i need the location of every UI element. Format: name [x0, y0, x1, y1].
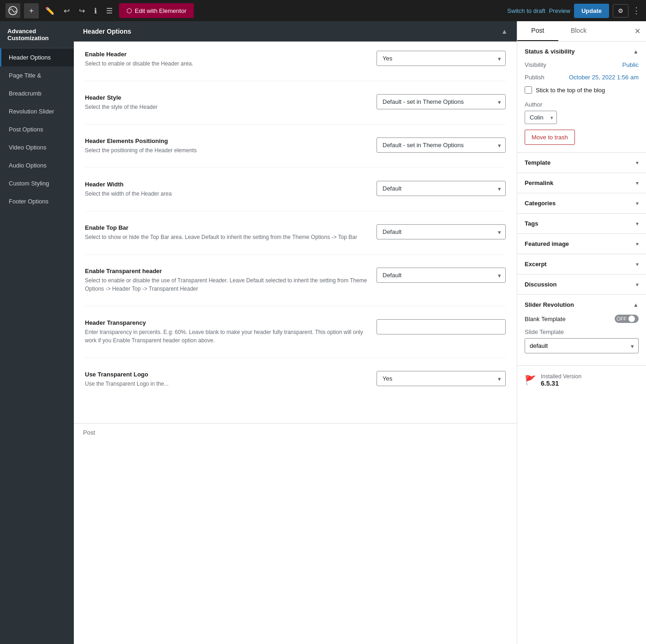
slide-template-select[interactable]: default template1 template2	[525, 338, 639, 353]
left-sidebar: Advanced Customization Header Options Pa…	[0, 21, 74, 644]
section-discussion: Discussion ▾	[517, 274, 646, 295]
collapse-icon[interactable]: ▲	[501, 28, 508, 35]
discussion-section-title: Discussion	[525, 281, 556, 288]
field-label-transparent-header: Enable Transparent header Select to enab…	[85, 268, 367, 293]
permalink-chevron-icon: ▾	[636, 180, 639, 186]
bottom-label: Post	[83, 429, 95, 436]
publish-value[interactable]: October 25, 2022 1:56 am	[569, 74, 639, 81]
status-section-content: Visibility Public Publish October 25, 20…	[517, 61, 646, 152]
sidebar-item-header-options[interactable]: Header Options	[0, 48, 74, 66]
edit-with-elementor-button[interactable]: ⬡ Edit with Elementor	[119, 3, 194, 18]
section-permalink: Permalink ▾	[517, 173, 646, 193]
discussion-chevron-icon: ▾	[636, 281, 639, 288]
section-status-header[interactable]: Status & visibility ▲	[517, 42, 646, 61]
excerpt-section-title: Excerpt	[525, 261, 547, 268]
transparent-header-select[interactable]: Default Yes No	[377, 268, 506, 283]
section-categories-header[interactable]: Categories ▾	[517, 193, 646, 213]
elementor-icon: ⬡	[126, 7, 132, 14]
header-elements-select[interactable]: Default - set in Theme Options Left Cent…	[377, 137, 506, 153]
stick-to-top-row: Stick to the top of the blog	[525, 86, 639, 94]
close-panel-button[interactable]: ✕	[629, 21, 646, 41]
tab-post[interactable]: Post	[517, 21, 558, 41]
field-label-enable-top-bar: Enable Top Bar Select to show or hide th…	[85, 224, 367, 241]
sidebar-item-post-options[interactable]: Post Options	[0, 120, 74, 138]
move-to-trash-button[interactable]: Move to trash	[525, 130, 575, 145]
right-panel: Post Block ✕ Status & visibility ▲ Visib…	[517, 21, 646, 644]
sidebar-item-breadcrumb[interactable]: Breadcrumb	[0, 84, 74, 102]
slider-revolution-section-title: Slider Revolution	[525, 301, 574, 308]
field-input-header-elements: Default - set in Theme Options Left Cent…	[377, 137, 506, 153]
enable-header-select-wrapper: Yes No Default	[377, 51, 506, 66]
info-button[interactable]: ℹ	[91, 4, 100, 18]
tags-chevron-icon: ▾	[636, 221, 639, 227]
enable-top-bar-select-wrapper: Default Yes No	[377, 224, 506, 239]
transparent-logo-select[interactable]: Yes No Default	[377, 371, 506, 386]
slide-template-select-wrapper: default template1 template2 ▾	[525, 338, 639, 353]
enable-top-bar-select[interactable]: Default Yes No	[377, 224, 506, 239]
sidebar-item-footer-options[interactable]: Footer Options	[0, 192, 74, 210]
section-title: Header Options	[83, 28, 131, 35]
blank-template-label: Blank Template	[525, 316, 566, 322]
field-input-header-transparency	[377, 319, 506, 334]
field-label-header-elements: Header Elements Positioning Select the p…	[85, 137, 367, 155]
edit-icon-btn[interactable]: ✏️	[42, 4, 57, 18]
header-width-select-wrapper: Default Full Width Boxed	[377, 181, 506, 196]
sidebar-nav: Header Options Page Title & Breadcrumb R…	[0, 48, 74, 210]
section-categories: Categories ▾	[517, 193, 646, 214]
header-width-select[interactable]: Default Full Width Boxed	[377, 181, 506, 196]
more-options-button[interactable]: ⋮	[632, 6, 640, 16]
switch-to-draft-button[interactable]: Switch to draft	[507, 7, 545, 14]
add-button[interactable]: ＋	[24, 3, 39, 18]
main-content: Header Options ▲ Enable Header Select to…	[74, 21, 517, 644]
section-excerpt-header[interactable]: Excerpt ▾	[517, 254, 646, 274]
excerpt-chevron-icon: ▾	[636, 261, 639, 268]
field-label-header-style: Header Style Select the style of the Hea…	[85, 94, 367, 111]
section-featured-image: Featured image ▾	[517, 234, 646, 254]
section-permalink-header[interactable]: Permalink ▾	[517, 173, 646, 193]
field-input-transparent-header: Default Yes No	[377, 268, 506, 283]
publish-label: Publish	[525, 74, 544, 81]
section-featured-image-header[interactable]: Featured image ▾	[517, 234, 646, 254]
preview-button[interactable]: Preview	[549, 7, 570, 14]
categories-chevron-icon: ▾	[636, 200, 639, 207]
undo-button[interactable]: ↩	[61, 4, 72, 18]
section-slider-revolution-header[interactable]: Slider Revolution ▲	[517, 295, 646, 315]
field-enable-transparent-header: Enable Transparent header Select to enab…	[85, 268, 506, 306]
author-label: Author	[525, 101, 639, 108]
visibility-row: Visibility Public	[525, 61, 639, 68]
blank-template-toggle[interactable]: OFF	[615, 315, 639, 323]
sidebar-item-audio-options[interactable]: Audio Options	[0, 156, 74, 174]
field-input-header-width: Default Full Width Boxed	[377, 181, 506, 196]
settings-button[interactable]: ⚙	[613, 4, 628, 18]
enable-header-select[interactable]: Yes No Default	[377, 51, 506, 66]
author-select[interactable]: Colin	[525, 111, 557, 124]
section-tags-header[interactable]: Tags ▾	[517, 214, 646, 233]
visibility-value[interactable]: Public	[622, 61, 639, 68]
version-info: Installed Version 6.5.31	[541, 373, 581, 387]
sidebar-title: Advanced Customization	[0, 21, 74, 48]
redo-button[interactable]: ↪	[76, 4, 88, 18]
field-label-header-width: Header Width Select the width of the Hea…	[85, 181, 367, 198]
template-chevron-icon: ▾	[636, 160, 639, 166]
section-tags: Tags ▾	[517, 214, 646, 234]
sidebar-item-video-options[interactable]: Video Options	[0, 138, 74, 156]
gear-icon: ⚙	[618, 7, 623, 14]
section-title-bar: Header Options ▲	[74, 21, 517, 42]
sidebar-item-custom-styling[interactable]: Custom Styling	[0, 174, 74, 192]
blank-template-row: Blank Template OFF	[525, 315, 639, 323]
list-button[interactable]: ☰	[103, 4, 115, 18]
header-style-select[interactable]: Default - set in Theme Options Style 1 S…	[377, 94, 506, 109]
toggle-circle	[628, 316, 635, 322]
field-input-transparent-logo: Yes No Default	[377, 371, 506, 386]
section-discussion-header[interactable]: Discussion ▾	[517, 274, 646, 294]
stick-to-top-checkbox[interactable]	[525, 86, 532, 94]
stick-to-top-label: Stick to the top of the blog	[536, 87, 605, 94]
tab-block[interactable]: Block	[558, 21, 599, 41]
update-button[interactable]: Update	[574, 4, 609, 18]
sidebar-item-revolution-slider[interactable]: Revolution Slider	[0, 102, 74, 120]
section-template-header[interactable]: Template ▾	[517, 153, 646, 173]
header-transparency-input[interactable]	[377, 319, 506, 334]
section-status-visibility: Status & visibility ▲ Visibility Public …	[517, 42, 646, 153]
toggle-off-text: OFF	[616, 316, 627, 322]
sidebar-item-page-title[interactable]: Page Title &	[0, 66, 74, 84]
